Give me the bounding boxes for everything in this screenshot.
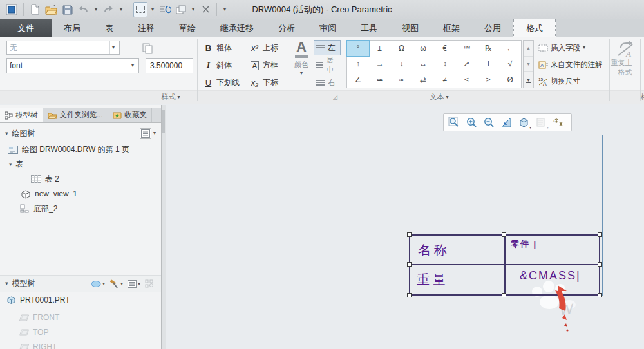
repeat-last-format-button[interactable]: A 重复上一 格式 [611, 40, 639, 89]
tree-item-drawing-page[interactable]: 绘图 DRW0004.DRW 的第 1 页 [8, 143, 129, 156]
undo-button[interactable] [76, 2, 91, 17]
symbol-cell[interactable]: Ω [391, 41, 413, 56]
text-color-button[interactable]: A 颜色 ▾ [291, 40, 312, 89]
subscript-button[interactable]: x₂ 下标 [247, 75, 281, 90]
symbol-cell[interactable]: ≠ [434, 72, 456, 88]
symbol-cell[interactable]: ≈ [391, 72, 413, 88]
insert-field-button[interactable]: 插入字段 ▾ [538, 41, 585, 55]
symbol-scroll-up[interactable]: ▲ [524, 41, 533, 57]
cell-part-value[interactable]: 零件 | [511, 238, 537, 250]
tree-list-button[interactable]: ▾ [126, 279, 142, 289]
tree-item-new-view-1[interactable]: new_view_1 [20, 187, 77, 200]
close-window-button[interactable] [198, 2, 213, 17]
tree-item-table2[interactable]: 表 2 [31, 173, 59, 185]
symbol-cell[interactable]: ± [369, 41, 391, 56]
italic-button[interactable]: I 斜体 [201, 57, 234, 73]
tab-folder-browser[interactable]: 文件夹浏览... [43, 108, 108, 122]
symbol-cell[interactable]: ⇄ [412, 72, 434, 88]
selection-handle[interactable] [598, 262, 602, 267]
symbol-cell[interactable]: ↑ [347, 56, 369, 71]
selection-handle[interactable] [407, 262, 412, 267]
tab-framework[interactable]: 框架 [431, 19, 472, 37]
cell-cmass-value[interactable]: &CMASS| [520, 269, 581, 283]
refit-button[interactable] [498, 115, 514, 129]
text-height-input[interactable]: 3.500000 [146, 58, 193, 73]
customize-qat-dropdown[interactable]: ▾ [221, 2, 229, 17]
symbol-cell[interactable]: ↕ [434, 56, 456, 71]
windows-dropdown[interactable]: ▾ [189, 2, 197, 17]
tree-item-top[interactable]: TOP [19, 326, 48, 339]
symbol-cell[interactable]: ℞ [478, 41, 500, 56]
tab-file[interactable]: 文件 [0, 19, 52, 37]
tree-settings-button[interactable] [140, 128, 151, 139]
regenerate-button[interactable] [158, 2, 173, 17]
tab-analysis[interactable]: 分析 [266, 19, 307, 37]
text-style-select[interactable]: 无 ▾ [6, 41, 120, 55]
selection-handle[interactable] [598, 232, 602, 237]
tree-item-table-node[interactable]: ▾ 表 [9, 158, 24, 171]
cell-weight-label[interactable]: 重量 [417, 271, 449, 288]
symbol-cell[interactable]: € [434, 41, 456, 56]
align-center-button[interactable]: 居中 [314, 57, 341, 73]
symbol-cell[interactable]: Ⅰ [478, 56, 500, 71]
symbol-cell[interactable]: ← [499, 41, 521, 56]
cell-name-label[interactable]: 名称 [418, 241, 450, 259]
tree-tools-button[interactable]: ▾ [108, 278, 124, 290]
tab-annotate[interactable]: 注释 [126, 19, 167, 37]
chevron-down-icon[interactable]: ▾ [109, 41, 117, 54]
style-dialog-launcher-icon[interactable]: ◿ [331, 93, 339, 101]
tab-legacy-migration[interactable]: 继承迁移 [208, 19, 266, 37]
datum-display-button[interactable]: x [551, 115, 566, 129]
text-box-button[interactable]: A 方框 [247, 57, 281, 73]
tab-format[interactable]: 格式 [513, 19, 556, 37]
text-group-label[interactable]: 文本▾ [344, 92, 535, 102]
saved-views-button[interactable]: ▾ [516, 115, 531, 129]
symbol-cell[interactable]: ™ [456, 41, 478, 56]
symbol-cell[interactable]: ≃ [369, 72, 391, 88]
selection-handle[interactable] [407, 293, 412, 297]
symbol-cell[interactable]: ω [412, 41, 434, 56]
chevron-down-icon[interactable]: ▾ [129, 59, 136, 73]
splitter-grab-handle[interactable] [162, 110, 165, 133]
tab-view[interactable]: 视图 [390, 19, 431, 37]
collapse-icon[interactable]: ▾ [5, 281, 8, 287]
windows-button[interactable] [174, 2, 188, 17]
selection-handle[interactable] [598, 293, 602, 297]
tree-item-bottom-2[interactable]: 底部_2 [20, 202, 57, 215]
open-file-button[interactable] [43, 2, 59, 17]
zoom-window-button[interactable] [446, 115, 462, 129]
symbol-cell[interactable]: ∠ [347, 72, 369, 88]
note-from-file-button[interactable]: A 来自文件的注解 [538, 57, 603, 71]
superscript-button[interactable]: x² 上标 [247, 40, 281, 55]
selection-handle[interactable] [502, 232, 506, 237]
redo-button[interactable] [101, 2, 116, 17]
display-style-button[interactable]: ▾ [533, 115, 549, 129]
toggle-dimension-button[interactable]: 15A 切换尺寸 [538, 74, 580, 88]
symbol-cell[interactable]: ° [347, 41, 369, 56]
selection-handle[interactable] [502, 293, 506, 297]
symbol-cell[interactable]: Ø [499, 72, 521, 88]
selection-handle[interactable] [407, 232, 412, 237]
tab-tools[interactable]: 工具 [348, 19, 390, 37]
tab-favorites[interactable]: 收藏夹 [108, 108, 153, 122]
style-group-label[interactable]: 样式▾ [0, 92, 341, 102]
chevron-down-icon[interactable]: ▾ [153, 131, 156, 136]
drawing-table[interactable]: 名称 零件 | 重量 &CMASS| [409, 234, 600, 296]
symbol-cell[interactable]: ≤ [456, 72, 478, 88]
bold-button[interactable]: B 粗体 [201, 40, 234, 55]
symbol-cell[interactable]: ↗ [456, 56, 478, 71]
tree-item-front[interactable]: FRONT [19, 311, 59, 324]
copy-format-icon[interactable] [140, 41, 155, 56]
tree-filter-button[interactable]: ▾ [90, 279, 106, 289]
save-button[interactable] [61, 2, 75, 17]
collapse-icon[interactable]: ▾ [9, 162, 12, 167]
symbol-cell[interactable]: ↓ [391, 56, 413, 71]
tab-table[interactable]: 表 [93, 19, 126, 37]
select-box-dropdown[interactable]: ▾ [149, 2, 156, 17]
select-box-button[interactable] [133, 2, 147, 17]
symbol-cell[interactable]: → [369, 56, 391, 71]
app-icon[interactable] [4, 2, 19, 17]
tab-model-tree[interactable]: 模型树 [0, 108, 43, 122]
undo-dropdown[interactable]: ▾ [92, 2, 100, 17]
tab-layout[interactable]: 布局 [52, 19, 93, 37]
